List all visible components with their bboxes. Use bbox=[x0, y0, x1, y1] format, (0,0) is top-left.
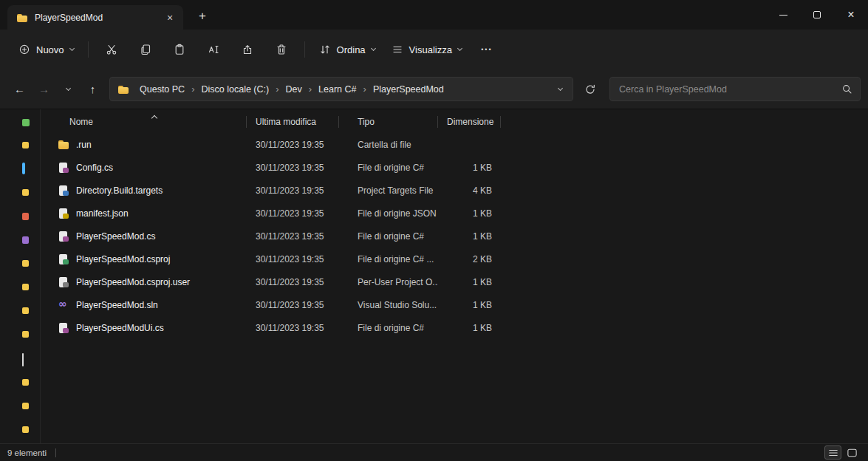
view-button[interactable]: Visualizza bbox=[383, 37, 470, 62]
file-icon bbox=[58, 276, 69, 288]
more-button[interactable]: ••• bbox=[471, 37, 503, 62]
file-type: File di origine C# bbox=[339, 163, 438, 173]
address-dropdown-icon[interactable] bbox=[558, 85, 563, 90]
sidebar-item-icon[interactable] bbox=[22, 163, 25, 174]
file-modified: 30/11/2023 19:35 bbox=[247, 231, 339, 242]
file-row[interactable]: PlayerSpeedModUi.cs 30/11/2023 19:35 Fil… bbox=[41, 316, 868, 339]
sidebar-item-icon[interactable] bbox=[22, 119, 30, 126]
titlebar: PlayerSpeedMod × + × bbox=[0, 0, 868, 30]
details-view-icon bbox=[828, 448, 838, 457]
refresh-icon bbox=[584, 83, 596, 95]
file-row[interactable]: .run 30/11/2023 19:35 Cartella di file bbox=[41, 133, 868, 156]
breadcrumb-item-learn-csharp[interactable]: Learn C# bbox=[313, 81, 361, 98]
back-button[interactable]: ← bbox=[7, 78, 32, 101]
sidebar-item-icon[interactable] bbox=[22, 403, 29, 409]
file-explorer-window: PlayerSpeedMod × + × Nuovo bbox=[0, 0, 868, 461]
breadcrumb-item-questo-pc[interactable]: Questo PC bbox=[134, 81, 190, 98]
file-type: File di origine C# bbox=[339, 231, 438, 242]
file-modified: 30/11/2023 19:35 bbox=[247, 277, 339, 287]
rename-button[interactable] bbox=[197, 37, 230, 62]
paste-icon bbox=[174, 44, 185, 55]
file-modified: 30/11/2023 19:35 bbox=[247, 254, 339, 264]
sidebar-item-icon[interactable] bbox=[22, 331, 29, 338]
breadcrumb-separator: › bbox=[191, 83, 195, 95]
column-header-modified-label: Ultima modifica bbox=[256, 117, 316, 127]
paste-button[interactable] bbox=[163, 37, 196, 62]
file-modified: 30/11/2023 19:35 bbox=[247, 208, 339, 219]
tab-close-icon[interactable]: × bbox=[163, 10, 177, 25]
share-button[interactable] bbox=[231, 37, 264, 62]
file-row[interactable]: Config.cs 30/11/2023 19:35 File di origi… bbox=[41, 156, 868, 179]
file-name: PlayerSpeedMod.sln bbox=[76, 300, 158, 310]
close-button[interactable]: × bbox=[834, 0, 868, 30]
column-header-name-label: Nome bbox=[69, 117, 93, 127]
cut-button[interactable] bbox=[95, 37, 128, 62]
cut-icon bbox=[106, 44, 117, 55]
up-button[interactable]: ↑ bbox=[81, 78, 105, 101]
toolbar-separator bbox=[88, 41, 89, 58]
search-icon bbox=[841, 83, 852, 95]
copy-button[interactable] bbox=[129, 37, 162, 62]
new-tab-button[interactable]: + bbox=[193, 7, 212, 25]
more-icon: ••• bbox=[481, 46, 492, 53]
delete-icon bbox=[276, 44, 287, 55]
minimize-icon bbox=[779, 15, 787, 16]
file-icon bbox=[58, 299, 69, 311]
sidebar-item-icon[interactable] bbox=[22, 260, 29, 267]
maximize-button[interactable] bbox=[800, 0, 834, 30]
file-row[interactable]: Directory.Build.targets 30/11/2023 19:35… bbox=[41, 179, 868, 202]
search-box[interactable] bbox=[609, 77, 861, 101]
recent-locations-button[interactable] bbox=[56, 78, 81, 101]
sidebar-item-icon[interactable] bbox=[22, 213, 29, 220]
file-icon bbox=[58, 208, 69, 219]
breadcrumb-item-dev[interactable]: Dev bbox=[281, 81, 307, 98]
sidebar-item-icon[interactable] bbox=[22, 142, 29, 148]
address-bar[interactable]: Questo PC › Disco locale (C:) › Dev › Le… bbox=[109, 77, 573, 101]
sidebar-item-icon[interactable] bbox=[22, 353, 24, 366]
tab-playerspeedmod[interactable]: PlayerSpeedMod × bbox=[7, 5, 183, 30]
chevron-down-icon bbox=[69, 46, 75, 51]
forward-button[interactable]: → bbox=[32, 78, 56, 101]
breadcrumb-item-playerspeedmod[interactable]: PlayerSpeedMod bbox=[368, 81, 449, 98]
file-list-pane: Nome Ultima modifica Tipo Dimensione .ru… bbox=[41, 109, 868, 443]
file-row[interactable]: PlayerSpeedMod.csproj 30/11/2023 19:35 F… bbox=[41, 247, 868, 270]
column-header-size[interactable]: Dimensione bbox=[438, 111, 501, 133]
file-row[interactable]: PlayerSpeedMod.csproj.user 30/11/2023 19… bbox=[41, 270, 868, 293]
details-view-button[interactable] bbox=[824, 445, 841, 460]
file-size: 1 KB bbox=[438, 208, 501, 219]
sidebar-item-icon[interactable] bbox=[22, 284, 29, 290]
view-toggles bbox=[824, 445, 861, 460]
file-row[interactable]: PlayerSpeedMod.cs 30/11/2023 19:35 File … bbox=[41, 225, 868, 247]
sort-button[interactable]: Ordina bbox=[311, 37, 383, 62]
refresh-button[interactable] bbox=[578, 78, 602, 101]
share-icon bbox=[242, 44, 253, 55]
new-button[interactable]: Nuovo bbox=[10, 37, 82, 62]
file-type: Cartella di file bbox=[339, 140, 438, 150]
file-row[interactable]: PlayerSpeedMod.sln 30/11/2023 19:35 Visu… bbox=[41, 293, 868, 316]
delete-button[interactable] bbox=[265, 37, 298, 62]
column-header-type[interactable]: Tipo bbox=[339, 111, 438, 133]
sidebar-item-icon[interactable] bbox=[22, 379, 29, 386]
copy-icon bbox=[140, 44, 151, 55]
file-row[interactable]: manifest.json 30/11/2023 19:35 File di o… bbox=[41, 202, 868, 225]
new-button-label: Nuovo bbox=[36, 44, 64, 55]
file-modified: 30/11/2023 19:35 bbox=[247, 185, 339, 196]
folder-icon bbox=[16, 13, 28, 23]
column-header-name[interactable]: Nome bbox=[41, 111, 247, 133]
file-name: PlayerSpeedModUi.cs bbox=[76, 323, 164, 333]
search-input[interactable] bbox=[618, 83, 841, 95]
sort-icon bbox=[319, 44, 331, 55]
navigation-pane[interactable] bbox=[0, 109, 41, 443]
file-size: 1 KB bbox=[438, 277, 501, 287]
sidebar-item-icon[interactable] bbox=[22, 189, 29, 196]
minimize-button[interactable] bbox=[766, 0, 800, 30]
column-header-modified[interactable]: Ultima modifica bbox=[247, 111, 339, 133]
file-size: 2 KB bbox=[438, 254, 501, 264]
file-type: File di origine C# ... bbox=[339, 254, 438, 264]
sidebar-item-icon[interactable] bbox=[22, 236, 29, 244]
sidebar-item-icon[interactable] bbox=[22, 426, 29, 433]
chevron-down-icon bbox=[66, 85, 71, 90]
large-icons-view-button[interactable] bbox=[844, 445, 861, 460]
breadcrumb-item-disco-locale[interactable]: Disco locale (C:) bbox=[196, 81, 274, 98]
sidebar-item-icon[interactable] bbox=[22, 307, 29, 314]
